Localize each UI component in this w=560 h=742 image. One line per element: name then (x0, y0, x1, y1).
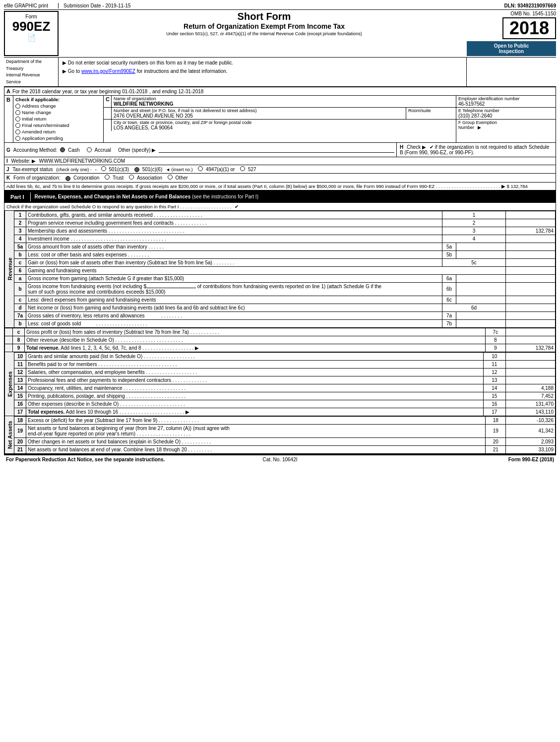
check-item-pending[interactable]: Application pending (15, 135, 69, 141)
form-header: Form 990EZ 📄 Short Form Return of Organi… (4, 11, 556, 56)
4947a1-radio[interactable] (198, 166, 203, 171)
form-number: 990EZ (8, 19, 55, 34)
notice-one: ▶ Do not enter social security numbers o… (59, 58, 467, 86)
table-row: 4 Investment income . . . . . . . . . . … (5, 235, 556, 243)
assoc-radio[interactable] (129, 175, 134, 180)
final-radio[interactable] (15, 123, 20, 128)
section-b-label: B (4, 96, 13, 142)
revenue-table: Revenue 1 Contributions, gifts, grants, … (4, 211, 556, 328)
cash-radio[interactable] (60, 147, 65, 152)
line-ref-1: 1 (442, 211, 506, 219)
initial-radio[interactable] (15, 117, 20, 122)
address-cell: Number and street (or P.O. box, if mail … (112, 108, 406, 119)
main-form-section: A For the 2018 calendar year, or tax yea… (4, 86, 556, 454)
org-address-row: Number and street (or P.O. box, if mail … (104, 108, 456, 120)
footer-left: For Paperwork Reduction Act Notice, see … (6, 457, 188, 462)
table-row: 15 Printing, publications, postage, and … (5, 392, 556, 400)
table-row: 16 Other expenses (describe in Schedule … (5, 400, 556, 408)
section-g: G Accounting Method: Cash Accrual Other … (4, 143, 397, 157)
section-c: C Name of organization WILDFIRE NETWORKI… (104, 96, 456, 142)
other-specify-field[interactable] (159, 147, 394, 153)
trust-radio[interactable] (105, 175, 110, 180)
section-gh-row: G Accounting Method: Cash Accrual Other … (4, 143, 556, 157)
table-row: Expenses 10 Grants and similar amounts p… (5, 352, 556, 360)
city-cell: City or town, state or province, country… (112, 120, 456, 131)
check-item-initial[interactable]: Initial return (15, 116, 69, 122)
omb-section: OMB No. 1545-1150 2018 Open to Public In… (467, 11, 556, 56)
value-1 (506, 211, 556, 219)
amended-radio[interactable] (15, 129, 20, 134)
527-radio[interactable] (240, 166, 245, 171)
table-row: c Gross profit or (loss) from sales of i… (5, 328, 556, 336)
other-radio[interactable] (168, 175, 173, 180)
line-number: 1 (14, 211, 26, 219)
page: efile GRAPHIC print Submission Date - 20… (0, 0, 560, 466)
org-city-row: City or town, state or province, country… (104, 120, 456, 131)
irs-link[interactable]: www.irs.gov/Form990EZ (81, 68, 135, 74)
net-assets-side-label: Net Assets (5, 416, 14, 453)
section-b-items: Check if applicable: Address change Name… (13, 96, 71, 142)
notice-spacer (467, 58, 556, 86)
accrual-radio[interactable] (87, 147, 92, 152)
table-row: 9 Total revenue. Add lines 1, 2, 3, 4, 5… (5, 344, 556, 352)
group-cell: F Group Exemption Number ▶ (456, 120, 556, 130)
table-row: 19 Net assets or fund balances at beginn… (5, 424, 556, 437)
revenue-cont-table: c Gross profit or (loss) from sales of i… (4, 328, 556, 352)
footer: For Paperwork Reduction Act Notice, see … (4, 454, 556, 464)
check-item-address[interactable]: Address change (15, 103, 69, 109)
form-title-desc: Under section 501(c), 527, or 4947(a)(1)… (65, 31, 463, 36)
ein-cell: Employer identification number 46-519756… (456, 96, 556, 108)
notices-section: Department of the Treasury Internal Reve… (4, 57, 556, 86)
table-row: Revenue 1 Contributions, gifts, grants, … (5, 211, 556, 219)
form-title-sub: Return of Organization Exempt From Incom… (65, 22, 463, 30)
check-item-name[interactable]: Name change (15, 109, 69, 116)
section-c-label: C (104, 96, 112, 107)
table-row: 20 Other changes in net assets or fund b… (5, 437, 556, 445)
section-a-end: , and ending 12-31-2018 (149, 89, 203, 94)
corp-radio[interactable] (65, 176, 70, 181)
table-row: 14 Occupancy, rent, utilities, and maint… (5, 384, 556, 392)
table-row: 11 Benefits paid to or for members . . .… (5, 360, 556, 368)
part-i-title: Revenue, Expenses, and Changes in Net As… (35, 192, 258, 201)
org-name-cell: Name of organization WILDFIRE NETWORKING (112, 96, 456, 107)
section-h: H Check ▶ ✔ if the organization is not r… (397, 143, 556, 157)
name-radio[interactable] (15, 110, 20, 115)
table-row: c Less: direct expenses from gaming and … (5, 296, 556, 304)
section-bcd-row: B Check if applicable: Address change Na… (4, 96, 556, 143)
address-radio[interactable] (15, 104, 20, 109)
501c6-radio[interactable] (134, 167, 139, 172)
footer-mid: Cat. No. 10642I (188, 457, 371, 462)
section-i: I Website: ▶ WWW.WILDFIRENETWORKING.COM (4, 157, 556, 165)
check-item-amended[interactable]: Amended return (15, 128, 69, 135)
table-row: 7a Gross sales of inventory, less return… (5, 311, 556, 319)
table-row: b Gross income from fundraising events (… (5, 282, 556, 296)
room-cell: Room/suite (406, 108, 456, 119)
table-row: 6 Gaming and fundraising events (5, 266, 556, 274)
part-i-check: Check if the organization used Schedule … (4, 203, 556, 211)
table-row: 17 Total expenses. Add lines 10 through … (5, 408, 556, 416)
part-i-label: Part I (4, 192, 31, 201)
table-row: c Gain or (loss) from sale of assets oth… (5, 258, 556, 266)
section-a-label: A (6, 88, 10, 94)
table-row: a Gross income from gaming (attach Sched… (5, 274, 556, 282)
table-row: 13 Professional fees and other payments … (5, 376, 556, 384)
section-j: J Tax-exempt status (check only one) - -… (4, 165, 556, 174)
table-row: b Less: cost of goods sold . . . . . . .… (5, 319, 556, 327)
submission-date: Submission Date - 2019-11-15 (58, 3, 131, 8)
phone-cell: E Telephone number (310) 287-2640 (456, 108, 556, 120)
pending-radio[interactable] (15, 136, 20, 141)
check-item-final[interactable]: Final return/terminated (15, 122, 69, 128)
open-to-public: Open to Public Inspection (467, 41, 556, 56)
table-row: 21 Net assets or fund balances at end of… (5, 445, 556, 453)
table-row: 5a Gross amount from sale of assets othe… (5, 243, 556, 250)
501c3-radio[interactable] (101, 166, 106, 171)
form-icon: 📄 (8, 34, 55, 42)
section-l: Add lines 5b, 6c, and 7b to line 9 to de… (4, 183, 556, 191)
section-k: K Form of organization: Corporation Trus… (4, 174, 556, 182)
dln: DLN: 93492319097669 (504, 3, 556, 8)
table-row: b Less: cost or other basis and sales ex… (5, 250, 556, 258)
top-bar: efile GRAPHIC print Submission Date - 20… (4, 2, 556, 10)
year-box: 2018 (502, 17, 556, 39)
footer-right: Form 990-EZ (2018) (372, 457, 554, 462)
form-id-box: Form 990EZ 📄 (4, 11, 59, 56)
